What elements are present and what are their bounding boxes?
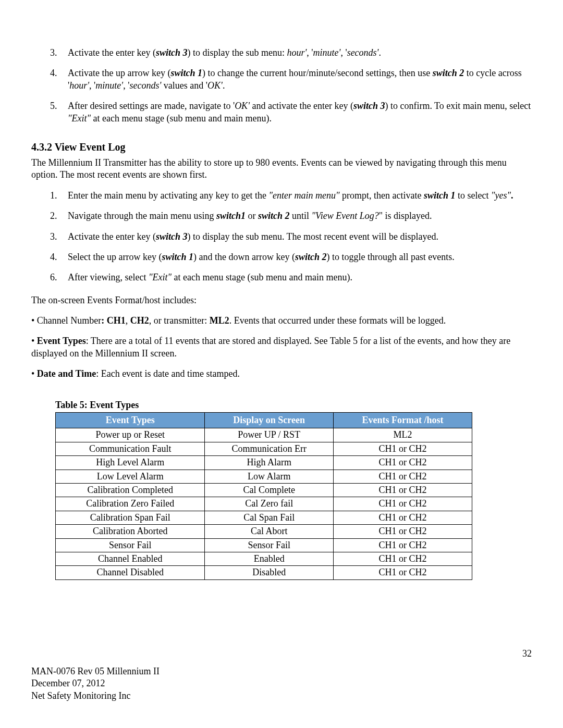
list-item: 6.After viewing, select "Exit" at each m… xyxy=(50,272,532,283)
table-cell: CH1 or CH2 xyxy=(333,442,472,455)
list-number: 4. xyxy=(50,67,57,79)
table-cell: Calibration Completed xyxy=(56,483,205,497)
table-cell: CH1 or CH2 xyxy=(333,456,472,470)
table-row: High Level AlarmHigh AlarmCH1 or CH2 xyxy=(56,456,472,470)
table-row: Calibration AbortedCal AbortCH1 or CH2 xyxy=(56,525,472,538)
table-cell: CH1 or CH2 xyxy=(333,470,472,483)
list-item: 3.Activate the enter key (switch 3) to d… xyxy=(50,231,532,243)
list-item: 1.Enter the main menu by activating any … xyxy=(50,190,532,202)
page-number: 32 xyxy=(31,648,532,660)
table-cell: Low Alarm xyxy=(205,470,333,483)
list-number: 4. xyxy=(50,251,57,263)
bullet-paragraph: • Channel Number: CH1, CH2, or transmitt… xyxy=(31,315,532,327)
list-item: 4.Select the up arrow key (switch 1) and… xyxy=(50,251,532,263)
table-cell: Enabled xyxy=(205,552,333,565)
list-number: 6. xyxy=(50,272,57,283)
table-caption: Table 5: Event Types xyxy=(55,399,472,411)
table-cell: Low Level Alarm xyxy=(56,470,205,483)
table-cell: Sensor Fail xyxy=(205,538,333,552)
table-cell: Channel Disabled xyxy=(56,566,205,579)
table-row: Low Level AlarmLow AlarmCH1 or CH2 xyxy=(56,470,472,483)
table-cell: CH1 or CH2 xyxy=(333,566,472,579)
footer: 32 MAN-0076 Rev 05 Millennium II Decembe… xyxy=(31,648,532,702)
list-number: 3. xyxy=(50,231,57,243)
list-number: 2. xyxy=(50,210,57,222)
table-header-cell: Event Types xyxy=(56,413,205,428)
table-header-cell: Display on Screen xyxy=(205,413,333,428)
table-row: Channel EnabledEnabledCH1 or CH2 xyxy=(56,552,472,565)
footer-doc-id: MAN-0076 Rev 05 Millennium II xyxy=(31,665,532,677)
table-cell: Cal Zero fail xyxy=(205,497,333,511)
page-content: 3.Activate the enter key (switch 3) to d… xyxy=(31,47,532,580)
list-number: 3. xyxy=(50,47,57,59)
table-cell: High Level Alarm xyxy=(56,456,205,470)
table-cell: High Alarm xyxy=(205,456,333,470)
list-item: 4.Activate the up arrow key (switch 1) t… xyxy=(50,67,532,92)
list-item: 5.After desired settings are made, navig… xyxy=(50,100,532,125)
table-cell: Disabled xyxy=(205,566,333,579)
list-item: 3.Activate the enter key (switch 3) to d… xyxy=(50,47,532,59)
bullet-paragraph: • Event Types: There are a total of 11 e… xyxy=(31,335,532,360)
list-text: Activate the up arrow key (switch 1) to … xyxy=(68,68,522,90)
table-cell: Channel Enabled xyxy=(56,552,205,565)
event-types-table: Event TypesDisplay on ScreenEvents Forma… xyxy=(55,412,472,580)
section-heading: 4.3.2 View Event Log xyxy=(31,140,532,154)
bullet-paragraph: • Date and Time: Each event is date and … xyxy=(31,368,532,380)
list-text: After viewing, select "Exit" at each men… xyxy=(68,272,352,282)
table-header-cell: Events Format /host xyxy=(333,413,472,428)
list-number: 5. xyxy=(50,100,57,112)
table-row: Channel DisabledDisabledCH1 or CH2 xyxy=(56,566,472,579)
table-row: Calibration Zero FailedCal Zero failCH1 … xyxy=(56,497,472,511)
event-types-table-wrap: Table 5: Event Types Event TypesDisplay … xyxy=(55,399,472,580)
table-cell: Communication Fault xyxy=(56,442,205,455)
table-cell: Power UP / RST xyxy=(205,428,333,442)
list-text: Activate the enter key (switch 3) to dis… xyxy=(68,231,438,242)
table-cell: Cal Complete xyxy=(205,483,333,497)
table-cell: Cal Span Fail xyxy=(205,511,333,524)
footer-date: December 07, 2012 xyxy=(31,677,532,689)
list-text: Select the up arrow key (switch 1) and t… xyxy=(68,252,455,262)
footer-company: Net Safety Monitoring Inc xyxy=(31,690,532,702)
section-intro: The Millennium II Transmitter has the ab… xyxy=(31,157,532,181)
table-cell: CH1 or CH2 xyxy=(333,483,472,497)
table-cell: CH1 or CH2 xyxy=(333,511,472,524)
table-row: Sensor FailSensor FailCH1 or CH2 xyxy=(56,538,472,552)
table-row: Calibration Span FailCal Span FailCH1 or… xyxy=(56,511,472,524)
table-row: Power up or ResetPower UP / RSTML2 xyxy=(56,428,472,442)
table-cell: Communication Err xyxy=(205,442,333,455)
list-text: Enter the main menu by activating any ke… xyxy=(68,190,513,201)
table-cell: Calibration Span Fail xyxy=(56,511,205,524)
table-row: Communication FaultCommunication ErrCH1 … xyxy=(56,442,472,455)
table-cell: Cal Abort xyxy=(205,525,333,538)
table-cell: Calibration Aborted xyxy=(56,525,205,538)
list-text: Navigate through the main menu using swi… xyxy=(68,211,432,221)
format-intro: The on-screen Events Format/host include… xyxy=(31,294,532,306)
list-text: Activate the enter key (switch 3) to dis… xyxy=(68,47,381,58)
table-cell: Power up or Reset xyxy=(56,428,205,442)
list-text: After desired settings are made, navigat… xyxy=(68,101,531,123)
table-cell: CH1 or CH2 xyxy=(333,497,472,511)
list-number: 1. xyxy=(50,190,57,202)
table-row: Calibration CompletedCal CompleteCH1 or … xyxy=(56,483,472,497)
list-item: 2.Navigate through the main menu using s… xyxy=(50,210,532,222)
table-cell: CH1 or CH2 xyxy=(333,538,472,552)
first-ordered-list: 3.Activate the enter key (switch 3) to d… xyxy=(31,47,532,125)
table-cell: Calibration Zero Failed xyxy=(56,497,205,511)
table-cell: CH1 or CH2 xyxy=(333,552,472,565)
second-ordered-list: 1.Enter the main menu by activating any … xyxy=(31,190,532,284)
table-cell: Sensor Fail xyxy=(56,538,205,552)
table-cell: ML2 xyxy=(333,428,472,442)
table-cell: CH1 or CH2 xyxy=(333,525,472,538)
